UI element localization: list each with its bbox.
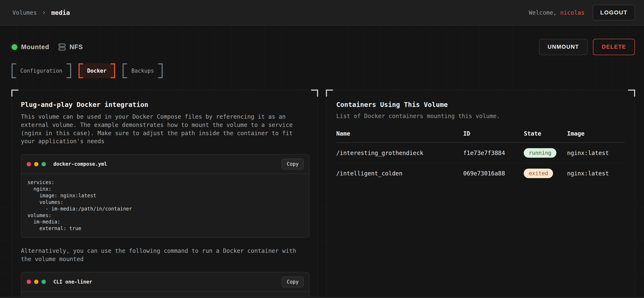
mounted-status-label: Mounted xyxy=(21,43,49,51)
topbar-right: Welcome, nicolas LOGOUT xyxy=(529,5,635,20)
delete-button[interactable]: DELETE xyxy=(593,39,635,55)
traffic-amber-icon xyxy=(34,162,38,166)
traffic-red-icon xyxy=(27,280,31,284)
panel-corner-decoration xyxy=(628,90,635,97)
container-image: nginx:latest xyxy=(567,163,625,184)
tab-bar: Configuration Docker Backups xyxy=(12,63,635,78)
status-badge: exited xyxy=(524,169,553,178)
col-header-state: State xyxy=(524,130,567,143)
mounted-status: Mounted xyxy=(12,43,49,51)
col-header-name: Name xyxy=(336,130,463,143)
container-name: /interesting_grothendieck xyxy=(336,143,463,163)
traffic-lights xyxy=(27,280,46,284)
volume-detail-page: Volumes media Welcome, nicolas LOGOUT Mo… xyxy=(0,0,644,298)
cli-copy-button[interactable]: Copy xyxy=(282,277,304,287)
topbar: Volumes media Welcome, nicolas LOGOUT xyxy=(0,0,644,26)
main-content: Mounted NFS UNMOUNT DELETE Con xyxy=(0,26,644,298)
compose-code-content: services: nginx: image: nginx:latest vol… xyxy=(21,173,309,237)
cli-code-block: CLI one-liner Copy docker run -v im-medi… xyxy=(21,272,310,298)
breadcrumb: Volumes media xyxy=(12,9,70,16)
next-section-edge xyxy=(0,297,644,298)
volume-actions: UNMOUNT DELETE xyxy=(539,39,635,55)
traffic-lights xyxy=(27,162,46,166)
username: nicolas xyxy=(560,9,584,16)
container-image: nginx:latest xyxy=(567,143,625,163)
docker-integration-panel: Plug-and-play Docker integration This vo… xyxy=(12,90,318,298)
traffic-amber-icon xyxy=(34,280,38,284)
cli-title: CLI one-liner xyxy=(53,279,92,285)
cli-code-header: CLI one-liner Copy xyxy=(21,272,309,292)
status-badge: running xyxy=(524,148,556,158)
welcome-text: Welcome, nicolas xyxy=(529,9,585,16)
status-row: Mounted NFS UNMOUNT DELETE xyxy=(12,39,635,55)
compose-copy-button[interactable]: Copy xyxy=(282,159,304,169)
breadcrumb-current-volume: media xyxy=(51,9,70,16)
container-name: /intelligent_colden xyxy=(336,163,463,184)
compose-code-block: docker-compose.yml Copy services: nginx:… xyxy=(21,154,310,238)
logout-button[interactable]: LOGOUT xyxy=(593,5,635,20)
traffic-green-icon xyxy=(42,162,46,166)
welcome-prefix: Welcome, xyxy=(529,9,560,16)
col-header-image: Image xyxy=(567,130,625,143)
container-id: f1e73e7f3884 xyxy=(463,143,524,163)
panel-corner-decoration xyxy=(11,90,18,97)
panels-row: Plug-and-play Docker integration This vo… xyxy=(12,90,635,298)
table-row: /intelligent_colden 069e73016a88 exited … xyxy=(336,163,625,184)
server-icon xyxy=(58,43,66,51)
col-header-id: ID xyxy=(463,130,524,143)
docker-panel-description: This volume can be used in your Docker C… xyxy=(21,113,302,146)
unmount-button[interactable]: UNMOUNT xyxy=(539,39,588,55)
compose-filename: docker-compose.yml xyxy=(53,161,107,167)
tab-backups[interactable]: Backups xyxy=(122,63,163,78)
table-header-row: Name ID State Image xyxy=(336,130,625,143)
containers-panel-subtitle: List of Docker containers mounting this … xyxy=(336,113,625,120)
traffic-green-icon xyxy=(42,280,46,284)
containers-panel: Containers Using This Volume List of Doc… xyxy=(326,90,635,298)
traffic-red-icon xyxy=(27,162,31,166)
mounted-status-dot-icon xyxy=(12,44,17,50)
status-indicators: Mounted NFS xyxy=(12,43,83,51)
tab-configuration[interactable]: Configuration xyxy=(12,63,71,78)
filesystem-type-label: NFS xyxy=(70,43,83,51)
tab-docker[interactable]: Docker xyxy=(78,63,115,78)
filesystem-type: NFS xyxy=(58,43,83,51)
table-row: /interesting_grothendieck f1e73e7f3884 r… xyxy=(336,143,625,163)
chevron-right-icon xyxy=(41,10,47,15)
containers-table: Name ID State Image /interesting_grothen… xyxy=(336,130,625,183)
panel-corner-decoration xyxy=(311,90,318,97)
containers-panel-title: Containers Using This Volume xyxy=(336,101,625,109)
panel-corner-decoration xyxy=(326,90,333,97)
docker-panel-title: Plug-and-play Docker integration xyxy=(21,101,310,109)
container-id: 069e73016a88 xyxy=(463,163,524,184)
cli-intro-text: Alternatively, you can use the following… xyxy=(21,247,302,263)
compose-code-header: docker-compose.yml Copy xyxy=(21,154,309,173)
breadcrumb-volumes-link[interactable]: Volumes xyxy=(12,9,37,16)
